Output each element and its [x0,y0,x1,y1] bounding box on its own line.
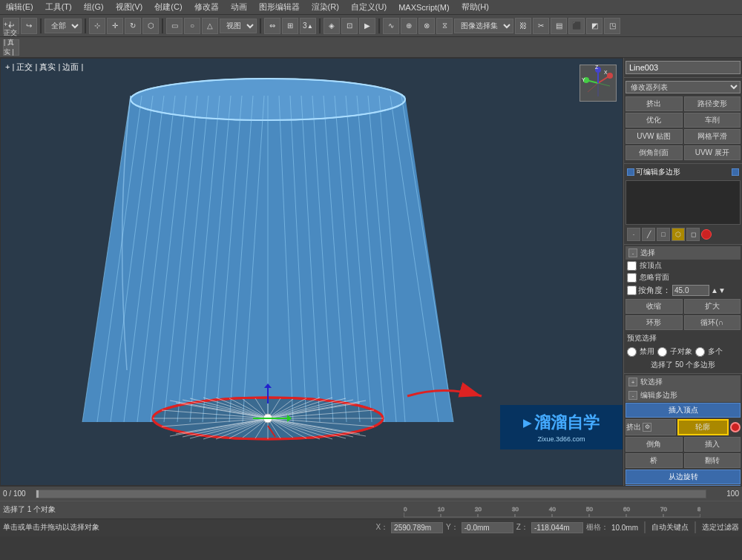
move-tool[interactable]: ✛ [107,18,123,34]
box-select[interactable]: ▭ [166,18,183,34]
menu-maxscript[interactable]: MAXScript(M) [395,3,452,12]
select-tool[interactable]: ⊹ [89,18,105,34]
bridge-btn[interactable]: 桥 [626,453,683,468]
menu-create[interactable]: 创建(C) [151,1,185,13]
timeline-track[interactable] [36,490,706,498]
detach-spline-btn[interactable]: 沿样条线挤出 [626,485,741,486]
menu-render[interactable]: 渲染(R) [309,1,342,13]
angle-checkbox[interactable] [627,286,637,295]
insert-vertex-btn[interactable]: 插入顶点 [626,403,741,418]
select-collapse-btn[interactable]: - [628,248,637,257]
render-button[interactable]: ▶ [359,18,375,34]
by-vertex-label: 按顶点 [640,260,662,271]
action-hint: 单击或单击并拖动以选择对象 [3,522,99,533]
circle-select[interactable]: ○ [184,18,200,34]
selection-filter-dropdown[interactable]: 图像选择集 [454,19,513,33]
tool-extra-5[interactable]: ▤ [551,18,567,34]
bevel-btn[interactable]: 车削 [684,113,741,128]
shrink-btn[interactable]: 收缩 [626,299,683,314]
modifier-list-dropdown[interactable]: 修改器列表 [626,81,741,93]
loop-btn[interactable]: 循环(∩ [684,315,741,330]
angle-spinner[interactable]: ▲▼ [711,286,726,294]
subsel-disable[interactable] [627,347,637,357]
edge-sub-icon[interactable]: ╱ [642,228,655,241]
tool-unlink[interactable]: ✂ [533,18,549,34]
view-dropdown[interactable]: 视图 [220,19,257,33]
uvw-unwrap-btn[interactable]: UVW 展开 [684,145,741,160]
x-coord-input[interactable] [391,522,443,533]
tick-marks: 0 10 20 30 40 50 60 70 80 [404,501,739,518]
tool-extra-1[interactable]: ∿ [383,18,399,34]
mirror-tool[interactable]: ⇔ [264,18,280,34]
menu-animation[interactable]: 动画 [228,1,250,13]
angle-input[interactable] [672,285,709,296]
uvw-map-btn[interactable]: UVW 贴图 [626,129,683,144]
tool-extra-2[interactable]: ⊕ [401,18,417,34]
rotate-tool[interactable]: ↻ [125,18,141,34]
tool-extra-8[interactable]: ◳ [604,18,620,34]
status-bar-bottom: 单击或单击并拖动以选择对象 X： Y： Z： 栅格： 10.0mm 自动关键点 … [0,519,742,536]
element-sub-icon[interactable]: ◻ [686,228,700,241]
snap-tool[interactable]: 3▲ [300,18,316,34]
render-setup[interactable]: ⊡ [341,18,358,34]
menu-customize[interactable]: 自定义(U) [348,1,390,13]
menu-help[interactable]: 帮助(H) [459,1,492,13]
soft-collapse-btn[interactable]: + [628,378,637,386]
tool-extra-6[interactable]: ⬛ [568,18,585,34]
menu-view[interactable]: 视图(V) [113,1,146,13]
path-deform-btn[interactable]: 路径变形 [684,96,741,111]
menu-graph-editor[interactable]: 图形编辑器 [256,1,303,13]
from-edge-btn[interactable]: 从边旋转 [626,470,741,484]
soft-title: 软选择 [640,377,663,387]
modifier-section: 修改器列表 挤出 路径变形 优化 车削 UVW 贴图 网格平滑 倒角剖面 UVW… [624,78,742,164]
redo-button[interactable]: ↪ [21,18,37,34]
flip-btn[interactable]: 翻转 [684,453,741,468]
tool-extra-3[interactable]: ⊗ [418,18,435,34]
tool-extra-7[interactable]: ◩ [586,18,603,34]
chamfer-btn[interactable]: 倒角剖面 [626,145,683,160]
ignore-backface-checkbox[interactable] [627,273,637,283]
shrink-grow-row: 收缩 扩大 [626,299,741,314]
viewport-3d[interactable]: + | 正交 | 真实 | 边面 | [0,58,623,486]
chamfer-small-btn[interactable]: 倒角 [626,437,683,452]
smooth-btn[interactable]: 网格平滑 [684,129,741,144]
scale-tool[interactable]: ⬡ [142,18,159,34]
svg-text:Y: Y [582,77,585,82]
tool-link[interactable]: ⛓ [515,18,531,34]
viewport-label-btn[interactable]: + | 正交 | 真实 | 边面 | [3,39,19,56]
select-title: 选择 [640,248,655,258]
tool-extra-4[interactable]: ⧖ [436,18,453,34]
material-editor[interactable]: ◈ [324,18,340,34]
ignore-backface-row: 忽略背面 [626,271,741,283]
poly-sub-icon[interactable]: ⬡ [672,228,685,241]
subsel-disable-label: 禁用 [640,346,654,357]
subsel-subobj[interactable] [657,347,667,357]
status-selected-text: 选择了 1 个对象 [3,504,56,515]
grow-btn[interactable]: 扩大 [684,299,741,314]
edit-poly-collapse-btn[interactable]: - [628,391,637,400]
menu-tools[interactable]: 工具(T) [42,1,75,13]
select-mode-dropdown[interactable]: 全部 [45,19,82,33]
extrude-btn[interactable]: 挤出 [626,96,683,111]
outline-btn[interactable]: 轮廓 [677,419,729,435]
object-name-input[interactable] [626,61,741,74]
extrude-small-btn[interactable]: 挤出 ⚙ [626,419,676,435]
menu-edit[interactable]: 编辑(E) [3,1,36,13]
align-tool[interactable]: ⊞ [282,18,298,34]
z-coord-input[interactable] [531,522,583,533]
border-sub-icon[interactable]: □ [657,228,670,241]
ring-btn[interactable]: 环形 [626,315,683,330]
edit-poly-color-swatch [627,168,634,176]
optimize-btn[interactable]: 优化 [626,113,683,128]
menu-modifier[interactable]: 修改器 [191,1,222,13]
orientation-gizmo[interactable]: X Y Z [580,65,617,102]
extrude-settings-icon[interactable]: ⚙ [643,423,651,432]
vertex-sub-icon[interactable]: · [627,228,640,241]
y-coord-input[interactable] [462,522,513,533]
modifier-buttons-row3: UVW 贴图 网格平滑 [626,129,741,144]
menu-group[interactable]: 组(G) [81,1,107,13]
insert-btn[interactable]: 插入 [684,437,741,452]
fence-select[interactable]: △ [202,18,218,34]
subsel-multi[interactable] [695,347,705,357]
by-vertex-checkbox[interactable] [627,261,637,271]
